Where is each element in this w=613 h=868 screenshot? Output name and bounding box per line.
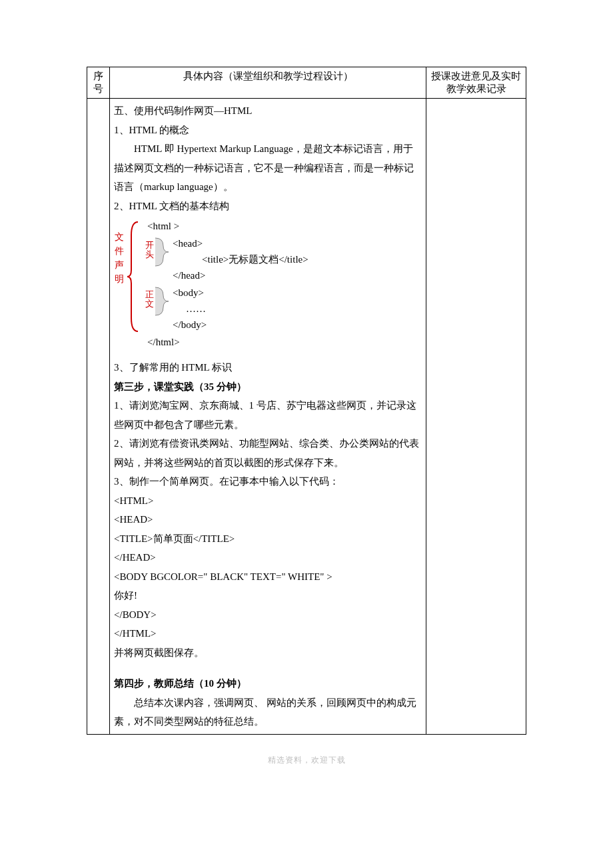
tag-head-open: <head> bbox=[173, 235, 422, 251]
step4-body: 总结本次课内容，强调网页、 网站的关系，回顾网页中的构成元素，对不同类型网站的特… bbox=[114, 693, 422, 731]
code-l4: </HEAD> bbox=[114, 548, 422, 567]
tag-body-close: </body> bbox=[173, 317, 422, 333]
tag-html-close: </html> bbox=[145, 334, 422, 350]
brace-head-icon bbox=[154, 237, 170, 267]
cell-content: 五、使用代码制作网页—HTML 1、HTML 的概念 HTML 即 Hypert… bbox=[110, 99, 426, 735]
code-l8: </HTML> bbox=[114, 624, 422, 643]
tag-html-open: <html > bbox=[145, 218, 422, 234]
file-decl-label: 文件声明 bbox=[114, 230, 125, 286]
table-header-row: 序号 具体内容（课堂组织和教学过程设计） 授课改进意见及实时教学效果记录 bbox=[87, 67, 526, 99]
table-body-row: 五、使用代码制作网页—HTML 1、HTML 的概念 HTML 即 Hypert… bbox=[87, 99, 526, 735]
item1-body: HTML 即 Hypertext Markup Language，是超文本标记语… bbox=[114, 139, 422, 197]
tag-body-open: <body> bbox=[173, 285, 422, 301]
html-structure-diagram: 文件声明 <html > 开头 < bbox=[114, 218, 422, 350]
tag-body-dots: …… bbox=[173, 301, 422, 317]
page: 序号 具体内容（课堂组织和教学过程设计） 授课改进意见及实时教学效果记录 五、使… bbox=[0, 0, 613, 793]
spacer bbox=[114, 662, 422, 674]
code-l7: </BODY> bbox=[114, 605, 422, 625]
brace-main-icon bbox=[126, 221, 139, 333]
step4-title: 第四步，教师总结（10 分钟） bbox=[114, 674, 422, 693]
col-header-notes: 授课改进意见及实时教学效果记录 bbox=[426, 67, 526, 99]
tag-head-close: </head> bbox=[173, 267, 422, 283]
step3-end: 并将网页截图保存。 bbox=[114, 643, 422, 663]
body-label: 正文 bbox=[145, 290, 154, 309]
head-label: 开头 bbox=[145, 241, 154, 260]
code-l1: <HTML> bbox=[114, 491, 422, 511]
section5-title: 五、使用代码制作网页—HTML bbox=[114, 101, 422, 121]
step3-title: 第三步，课堂实践（35 分钟） bbox=[114, 377, 422, 397]
code-l2: <HEAD> bbox=[114, 510, 422, 529]
head-block: 开头 <head> <title>无标题文档</title> </head> bbox=[145, 235, 422, 283]
step3-1: 1、请浏览淘宝网、京东商城、1 号店、苏宁电器这些网页，并记录这些网页中都包含了… bbox=[114, 396, 422, 434]
code-l5: <BODY BGCOLOR=" BLACK" TEXT=" WHITE" > bbox=[114, 567, 422, 587]
cell-notes bbox=[426, 99, 526, 735]
page-footer: 精选资料，欢迎下载 bbox=[87, 755, 526, 766]
col-header-content: 具体内容（课堂组织和教学过程设计） bbox=[110, 67, 426, 99]
body-block: 正文 <body> …… </body> bbox=[145, 285, 422, 333]
col-header-seq: 序号 bbox=[87, 67, 110, 99]
step3-3: 3、制作一个简单网页。在记事本中输入以下代码： bbox=[114, 472, 422, 491]
cell-seq bbox=[87, 99, 110, 735]
item2-title: 2、HTML 文档的基本结构 bbox=[114, 197, 422, 216]
brace-body-icon bbox=[154, 286, 170, 317]
item3-title: 3、了解常用的 HTML 标识 bbox=[114, 358, 422, 377]
item1-title: 1、HTML 的概念 bbox=[114, 121, 422, 140]
step3-2: 2、请浏览有偿资讯类网站、功能型网站、综合类、办公类网站的代表网站，并将这些网站… bbox=[114, 434, 422, 472]
code-l6: 你好! bbox=[114, 586, 422, 605]
lesson-table: 序号 具体内容（课堂组织和教学过程设计） 授课改进意见及实时教学效果记录 五、使… bbox=[87, 67, 526, 735]
code-l3: <TITLE>简单页面</TITLE> bbox=[114, 529, 422, 549]
tag-title: <title>无标题文档</title> bbox=[173, 251, 422, 267]
